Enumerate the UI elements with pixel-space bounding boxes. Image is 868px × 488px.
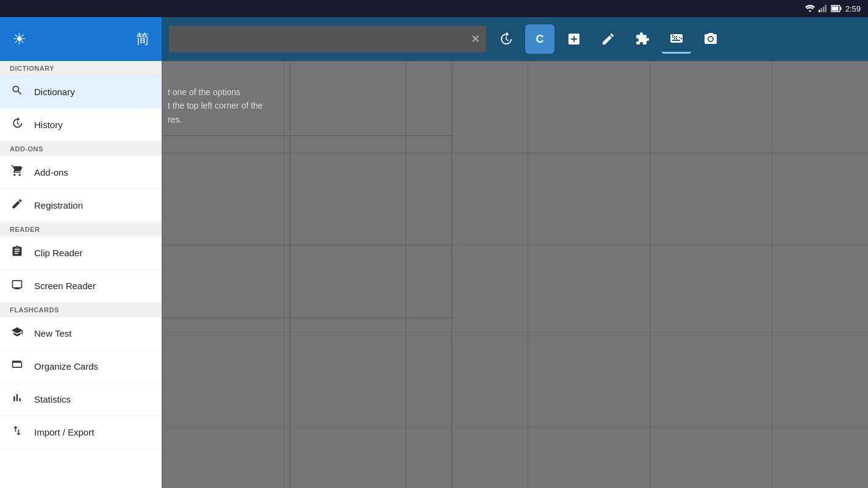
search-icon [10, 84, 24, 99]
status-bar: 2:59 [0, 0, 868, 17]
sidebar-item-statistics-label: Statistics [34, 394, 71, 404]
status-icons: 2:59 [805, 4, 861, 13]
toolbar-keyboard-button[interactable] [662, 24, 691, 54]
toolbar-history-button[interactable] [491, 24, 520, 54]
sidebar-item-screen-reader-label: Screen Reader [34, 281, 96, 291]
transfer-icon [10, 425, 24, 440]
main-content: ✕ C [162, 17, 868, 488]
svg-rect-5 [840, 7, 841, 10]
cards-icon [10, 359, 24, 374]
wifi-icon [805, 5, 815, 12]
sidebar-item-registration-label: Registration [34, 200, 83, 210]
divider-1 [290, 61, 290, 488]
app-container: ☀ 简 DICTIONARY Dictionary History ADD- [0, 17, 868, 488]
instruction-line-1: t one of the options [168, 85, 263, 99]
stats-icon [10, 392, 24, 407]
sidebar-item-import-export[interactable]: Import / Export [0, 416, 162, 449]
sidebar-item-addons-label: Add-ons [34, 167, 68, 178]
toolbar-extensions-button[interactable] [628, 24, 657, 54]
toolbar-c-button[interactable]: C [525, 24, 554, 54]
sidebar-item-new-test[interactable]: New Test [0, 317, 162, 350]
hdivider-1 [162, 135, 454, 136]
sidebar-item-statistics[interactable]: Statistics [0, 383, 162, 416]
battery-icon [831, 5, 842, 12]
toolbar-edit-button[interactable] [594, 24, 623, 54]
search-bar[interactable]: ✕ [169, 26, 486, 52]
sidebar-header: ☀ 简 [0, 17, 162, 61]
sidebar-item-organize-cards-label: Organize Cards [34, 361, 98, 371]
section-label-dictionary: DICTIONARY [0, 61, 162, 76]
cart-icon [10, 165, 24, 180]
section-label-addons: ADD-ONS [0, 142, 162, 156]
section-label-reader: READER [0, 222, 162, 237]
divider-2 [451, 61, 452, 488]
pen-icon [10, 198, 24, 213]
instruction-text: t one of the options t the top left corn… [168, 85, 263, 126]
content-area: t one of the options t the top left corn… [162, 61, 868, 488]
sidebar-item-import-export-label: Import / Export [34, 427, 94, 437]
status-time: 2:59 [845, 4, 861, 13]
toolbar: ✕ C [162, 17, 868, 61]
history-icon [10, 117, 24, 132]
section-label-flashcards: FLASHCARDS [0, 303, 162, 317]
sidebar-item-history[interactable]: History [0, 109, 162, 142]
chinese-char[interactable]: 简 [136, 30, 149, 48]
search-input[interactable] [175, 34, 471, 45]
clipboard-icon [10, 245, 24, 260]
sidebar-item-screen-reader[interactable]: Screen Reader [0, 270, 162, 303]
c-button-label: C [536, 33, 544, 46]
graduation-icon [10, 326, 24, 341]
instruction-line-2: t the top left corner of the [168, 99, 263, 112]
toolbar-camera-button[interactable] [696, 24, 725, 54]
sun-icon[interactable]: ☀ [12, 30, 26, 49]
sidebar-item-history-label: History [34, 120, 63, 130]
svg-rect-1 [820, 8, 822, 12]
sidebar-item-new-test-label: New Test [34, 328, 71, 339]
sidebar-item-dictionary[interactable]: Dictionary [0, 76, 162, 109]
sidebar-item-organize-cards[interactable]: Organize Cards [0, 350, 162, 383]
toolbar-add-button[interactable] [559, 24, 589, 54]
hdivider-3 [162, 317, 454, 318]
sidebar-item-dictionary-label: Dictionary [34, 87, 75, 97]
signal-icon [819, 5, 827, 12]
svg-rect-3 [825, 5, 827, 12]
svg-rect-2 [823, 7, 825, 12]
svg-rect-0 [819, 10, 820, 12]
svg-rect-6 [831, 7, 838, 11]
sidebar-item-clip-reader-label: Clip Reader [34, 248, 82, 258]
sidebar: ☀ 简 DICTIONARY Dictionary History ADD- [0, 17, 162, 488]
hdivider-2 [162, 245, 454, 246]
sidebar-item-clip-reader[interactable]: Clip Reader [0, 237, 162, 270]
sidebar-item-registration[interactable]: Registration [0, 189, 162, 222]
instruction-line-3: res. [168, 113, 263, 126]
sidebar-item-addons[interactable]: Add-ons [0, 156, 162, 189]
search-clear-button[interactable]: ✕ [471, 32, 480, 46]
screen-icon [10, 278, 24, 293]
